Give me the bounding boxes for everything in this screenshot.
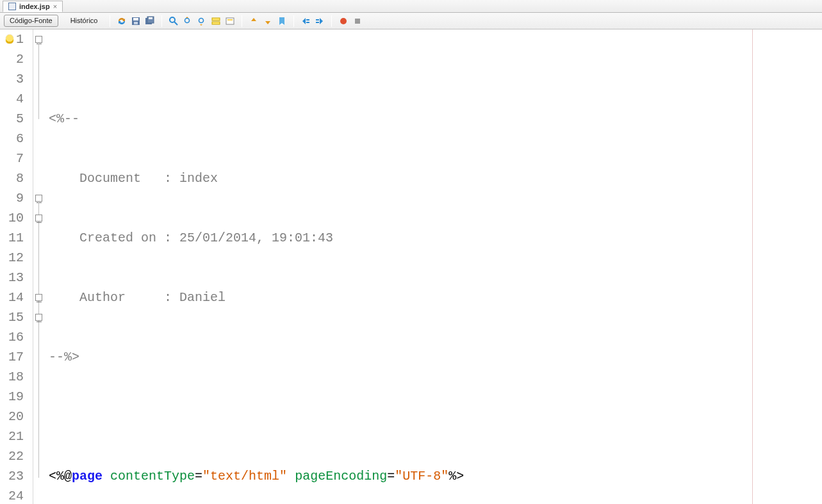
svg-rect-2 [134,22,138,24]
line-number[interactable]: 9 [0,188,33,208]
svg-rect-20 [355,19,360,24]
line-number[interactable]: 13 [0,268,33,288]
line-number[interactable]: 22 [0,446,33,466]
svg-point-8 [185,18,190,22]
toolbar-separator [110,15,110,27]
shift-left-icon[interactable] [300,16,311,26]
line-number-gutter: 1 2 3 4 5 6 7 8 9 10 11 12 13 14 15 16 1… [0,29,33,504]
code-editor[interactable]: 1 2 3 4 5 6 7 8 9 10 11 12 13 14 15 16 1… [0,29,822,504]
save-icon[interactable] [131,16,141,26]
line-number[interactable]: 23 [0,466,33,486]
line-number[interactable]: 21 [0,427,33,446]
macro-record-icon[interactable] [338,16,349,26]
macro-stop-icon[interactable] [352,16,363,26]
line-number[interactable]: 20 [0,407,33,427]
toolbar-separator [331,15,332,27]
line-number[interactable]: 19 [0,387,33,407]
svg-point-19 [340,18,347,24]
fold-rail [38,44,39,119]
code-text: = [387,469,395,484]
svg-rect-16 [306,22,309,23]
line-number[interactable]: 17 [0,347,33,367]
line-number[interactable]: 18 [0,367,33,387]
file-tab-index-jsp[interactable]: index.jsp × [3,1,63,12]
code-text: <%-- [49,111,79,126]
toolbar-separator [161,15,162,27]
line-number[interactable]: 12 [0,248,33,268]
toggle-bookmark-icon[interactable] [277,16,287,26]
svg-rect-1 [133,18,138,20]
editor-toolbar: Código-Fonte Histórico [0,13,822,29]
line-number[interactable]: 5 [0,109,33,129]
line-number[interactable]: 6 [0,129,33,149]
line-number[interactable]: 4 [0,89,33,109]
line-number[interactable]: 7 [0,149,33,168]
toolbar-icon-group-1 [117,16,155,26]
toolbar-icon-group-3 [249,16,287,26]
code-text: "text/html" [202,469,287,484]
code-text: = [195,469,202,484]
print-margin-line [752,29,753,504]
code-text [103,469,110,484]
line-number[interactable]: 16 [0,327,33,347]
svg-rect-10 [212,18,220,20]
line-number[interactable]: 1 [0,29,33,49]
fold-toggle-icon[interactable] [35,215,42,222]
line-number[interactable]: 15 [0,307,33,327]
code-text: page [72,469,103,484]
toolbar-icon-group-5 [338,16,363,26]
history-view-button[interactable]: Histórico [65,15,104,27]
fold-rail [38,202,39,478]
find-prev-icon[interactable] [183,16,193,26]
refresh-icon[interactable] [117,16,127,26]
code-text: <%@ [49,469,72,484]
shift-right-icon[interactable] [315,16,325,26]
svg-rect-18 [316,22,319,23]
fold-toggle-icon[interactable] [35,314,42,321]
svg-rect-13 [227,19,233,20]
code-text: Created on : 25/01/2014, 19:01:43 [49,231,333,245]
line-number[interactable]: 11 [0,228,33,248]
toolbar-separator [242,15,242,27]
line-number[interactable]: 3 [0,69,33,89]
file-tab-label: index.jsp [19,3,50,10]
toolbar-separator [293,15,294,27]
code-text: Author : Daniel [49,290,226,305]
fold-column [33,29,47,504]
next-bookmark-icon[interactable] [263,16,273,26]
line-number[interactable]: 8 [0,168,33,188]
fold-toggle-icon[interactable] [35,195,42,202]
svg-point-6 [170,17,175,22]
source-view-button[interactable]: Código-Fonte [4,15,58,27]
code-text [287,469,295,484]
code-text: --%> [49,350,79,364]
fold-toggle-icon[interactable] [35,36,42,43]
svg-rect-17 [316,19,319,20]
close-tab-icon[interactable]: × [53,3,57,10]
svg-rect-15 [306,19,309,20]
line-number[interactable]: 14 [0,288,33,307]
svg-line-7 [174,22,177,25]
highlight-icon[interactable] [211,16,221,26]
toggle-highlight-icon[interactable] [225,16,235,26]
find-next-icon[interactable] [197,16,207,26]
fold-toggle-icon[interactable] [35,294,42,301]
code-text: pageEncoding [295,469,387,484]
code-text: %> [448,469,464,484]
toolbar-icon-group-2 [169,16,235,26]
svg-rect-11 [212,22,220,24]
code-text: contentType [110,469,195,484]
file-tab-bar: index.jsp × [0,0,822,13]
jsp-file-icon [8,3,16,10]
line-number[interactable]: 24 [0,486,33,504]
code-content[interactable]: <%-- Document : index Created on : 25/01… [47,29,822,504]
line-number[interactable]: 2 [0,49,33,69]
toolbar-icon-group-4 [300,16,325,26]
find-icon[interactable] [169,16,179,26]
code-text: Document : index [49,171,218,186]
svg-rect-5 [149,17,152,19]
svg-point-9 [199,18,204,22]
line-number[interactable]: 10 [0,208,33,228]
save-all-icon[interactable] [145,16,155,26]
prev-bookmark-icon[interactable] [249,16,259,26]
